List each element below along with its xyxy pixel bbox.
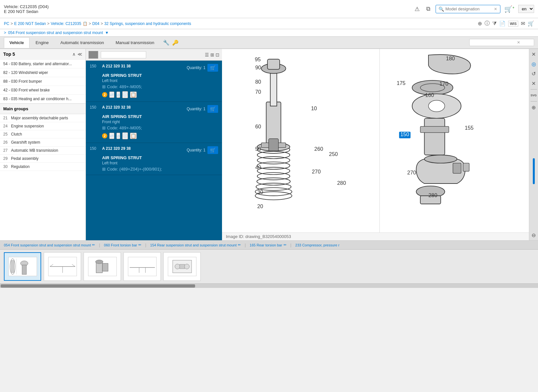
part-1-cart-btn[interactable]: 🛒 [207,105,218,113]
breadcrumb-vehicle[interactable]: Vehicle: C212035 [51,21,81,26]
group-item-29[interactable]: 29 Pedal assembly [0,155,86,163]
svg-text:155: 155 [465,125,474,131]
rt-x-btn[interactable]: ✕ [530,79,538,87]
part-1-link-btn[interactable]: ⌀ [116,133,120,139]
part-0-cart-btn[interactable]: 🛒 [207,64,218,72]
top5-item-0[interactable]: 54 - 030 Battery, starter and alternator… [0,60,86,68]
part-2-cart-btn[interactable]: 🛒 [207,146,218,154]
copy-icon-btn[interactable]: ⧉ [425,4,432,14]
tab-search-clear-icon[interactable]: ✕ [517,40,520,45]
part-card-2-top: 150 A 212 320 29 38 Quantity: 1 🛒 [90,146,218,154]
cart-bc-btn[interactable]: 🛒 [528,20,534,27]
breadcrumb-sub-item[interactable]: 054 Front suspension strut and suspensio… [8,30,103,35]
model-search-input[interactable] [445,6,494,11]
svg-text:10: 10 [311,105,317,111]
sidebar-hide-btn[interactable]: ≪ [77,52,82,57]
top5-item-1[interactable]: 82 - 120 Windshield wiper [0,68,86,77]
part-0-doc-btn[interactable]: 📋 [130,91,137,98]
part-1-info-btn[interactable]: ⓘ [122,132,128,139]
svg-rect-56 [11,260,14,273]
rt-circle-btn[interactable]: ◎ [530,60,538,68]
rt-undo-btn[interactable]: ↺ [530,70,538,77]
svg-text:260: 260 [314,146,323,152]
breadcrumb-pc[interactable]: PC [4,21,9,26]
tab-engine[interactable]: Engine [30,37,54,48]
doc-btn[interactable]: 📄 [499,20,506,27]
sidebar-collapse-btn[interactable]: ∧ [72,52,76,57]
cart-add-btn[interactable]: 🛒+ [504,5,514,13]
info-btn[interactable]: ⓘ [485,20,490,27]
table-icon-2: ⊞ [102,167,106,172]
group-item-26[interactable]: 26 Gearshift system [0,138,86,147]
top5-item-4[interactable]: 83 - 035 Heating and air conditioner h..… [0,95,86,103]
breadcrumb-d04[interactable]: D04 [92,21,99,26]
group-item-27[interactable]: 27 Automatic MB transmission [0,147,86,155]
rt-zoom-out-btn[interactable]: ⊖ [530,231,538,239]
thumb-img-0[interactable] [4,252,41,281]
grid-view-btn[interactable]: ⊞ [210,52,214,57]
mail-btn[interactable]: ✉ [521,20,525,27]
thumb-label-0[interactable]: 054 Front suspension strut and suspensio… [4,243,91,247]
part-1-code-text: Code: 489+-M005; [107,125,142,130]
expand-btn[interactable]: ⊡ [216,52,219,57]
rt-zoom-in-btn[interactable]: ⊕ [530,103,538,111]
scrollbar-thumb[interactable] [1,284,195,288]
part-2-qty: Quantity: 1 [187,148,205,152]
zoom-in-btn[interactable]: ⊕ [478,20,482,27]
rt-scroll-indicator[interactable] [533,158,535,184]
tab-vehicle[interactable]: Vehicle [4,37,29,48]
thumb-label-2[interactable]: 154 Rear suspension strut and suspension… [150,243,237,247]
tab-tool-1[interactable]: 🔧 [163,40,170,46]
part-1-doc-btn[interactable]: 📋 [130,133,137,139]
group-item-21[interactable]: 21 Major assembly detachable parts [0,114,86,122]
tab-tool-2[interactable]: 🔑 [172,40,179,46]
thumb-img-2[interactable] [84,252,121,281]
svg-point-36 [428,100,445,112]
breadcrumb-model[interactable]: E 200 NGT Sedan [14,21,46,26]
thumb-edit-icon-3[interactable]: ✏ [284,243,287,247]
thumb-img-1[interactable] [44,252,81,281]
part-0-info-btn[interactable]: ⓘ [122,91,128,98]
part-card-2[interactable]: 150 A 212 320 29 38 Quantity: 1 🛒 AIR SP… [86,143,222,175]
tab-automatic[interactable]: Automatic transmission [55,37,109,48]
thumb-edit-icon-2[interactable]: ✏ [238,243,241,247]
group-item-24[interactable]: 24 Engine suspension [0,122,86,130]
dropdown-arrow[interactable]: ▼ [105,30,109,35]
thumb-label-4[interactable]: 233 Compressor, pressure r [295,243,339,247]
svg-text:60: 60 [255,124,261,129]
vehicle-copy-icon[interactable]: 📋 [83,21,88,26]
svg-text:150: 150 [400,131,409,137]
bottom-scrollbar[interactable] [0,283,538,288]
rt-close-btn[interactable]: ✕ [530,50,538,58]
thumb-img-3[interactable] [123,252,161,281]
part-0-exchange-btn[interactable]: ⇄ [109,91,114,98]
language-select[interactable]: en de fr [518,5,534,13]
part-card-1[interactable]: 150 A 212 320 32 38 Quantity: 1 🛒 AIR SP… [86,102,222,143]
clear-search-icon[interactable]: ✕ [494,7,497,11]
thumb-img-4[interactable] [163,252,201,281]
group-item-25[interactable]: 25 Clutch [0,130,86,138]
group-item-30[interactable]: 30 Regulation [0,163,86,171]
thumb-label-3[interactable]: 165 Rear torsion bar [250,243,282,247]
thumb-label-1[interactable]: 060 Front torsion bar [104,243,137,247]
part-2-code-text: Code: (489+Z04)+-(800/801); [107,167,162,172]
thumb-edit-icon-0[interactable]: ✏ [92,243,95,247]
tab-manual[interactable]: Manual transmission [110,37,160,48]
top5-item-2[interactable]: 88 - 030 Front bumper [0,77,86,86]
top5-item-3[interactable]: 42 - 030 Front wheel brake [0,86,86,95]
wis-btn[interactable]: WIS [508,21,518,27]
breadcrumb-group[interactable]: 32 Springs, suspension and hydraulic com… [104,21,191,26]
part-1-code: A 212 320 32 38 [102,105,187,110]
alert-icon-btn[interactable]: ⚠ [413,4,421,14]
group-num-27: 27 [3,148,11,153]
tab-search-input[interactable] [472,40,517,45]
part-0-link-btn[interactable]: ⌀ [116,91,120,98]
svg-rect-39 [424,118,445,155]
parts-panel-search-input[interactable] [101,51,146,58]
part-1-exchange-btn[interactable]: ⇄ [109,133,114,139]
part-card-0[interactable]: 150 A 212 320 31 38 Quantity: 1 🛒 AIR SP… [86,61,222,102]
thumb-edit-icon-1[interactable]: ✏ [138,243,141,247]
list-view-btn[interactable]: ☰ [205,52,209,57]
filter-btn[interactable]: ⧩ [492,21,497,27]
rt-svg-btn[interactable]: SVG [530,91,538,99]
